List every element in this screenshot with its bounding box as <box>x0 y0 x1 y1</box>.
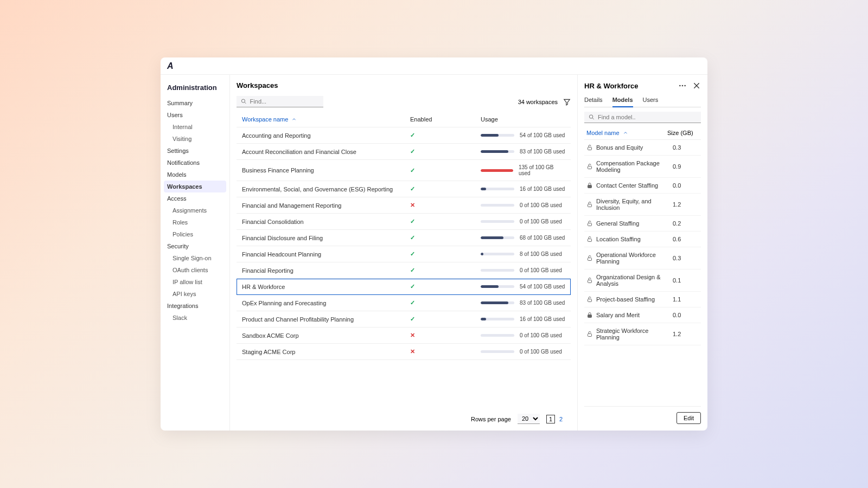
svg-line-1 <box>245 102 246 104</box>
filter-icon[interactable] <box>563 98 571 106</box>
table-row[interactable]: Financial Headcount Planning ✓ 8 of 100 … <box>237 246 571 262</box>
usage-text: 0 of 100 GB used <box>520 219 562 224</box>
model-row[interactable]: Bonus and Equity 0.3 <box>584 140 701 156</box>
search-icon <box>589 114 595 120</box>
model-row[interactable]: Operational Workforce Planning 0.3 <box>584 247 701 269</box>
close-icon[interactable] <box>692 81 701 90</box>
workspace-search[interactable] <box>237 96 323 107</box>
model-row[interactable]: Compensation Package Modeling 0.9 <box>584 156 701 178</box>
table-row[interactable]: OpEx Planning and Forecasting ✓ 83 of 10… <box>237 295 571 311</box>
sidebar-item-models[interactable]: Models <box>164 169 226 181</box>
usage-text: 16 of 100 GB used <box>520 316 565 322</box>
page-1[interactable]: 1 <box>546 415 555 423</box>
more-icon[interactable] <box>678 81 687 90</box>
col-model-name[interactable]: Model name <box>586 130 667 136</box>
model-search[interactable] <box>584 112 701 123</box>
table-row[interactable]: Financial Disclosure and Filing ✓ 68 of … <box>237 230 571 246</box>
sidebar-item-api-keys[interactable]: API keys <box>164 288 226 300</box>
table-row[interactable]: Business Finance Planning ✓ 135 of 100 G… <box>237 160 571 181</box>
sidebar-item-settings[interactable]: Settings <box>164 145 226 157</box>
table-row[interactable]: Account Reconciliation and Financial Clo… <box>237 144 571 160</box>
col-workspace-name[interactable]: Workspace name <box>242 116 410 123</box>
usage-cell: 68 of 100 GB used <box>481 235 565 241</box>
sidebar-item-integrations[interactable]: Integrations <box>164 300 226 312</box>
tab-details[interactable]: Details <box>584 94 603 107</box>
model-size: 0.0 <box>673 182 699 189</box>
sidebar-item-assignments[interactable]: Assignments <box>164 204 226 216</box>
model-size: 0.6 <box>673 236 699 242</box>
col-usage[interactable]: Usage <box>481 116 565 123</box>
tab-models[interactable]: Models <box>612 94 633 107</box>
table-row[interactable]: Sandbox ACME Corp ✕ 0 of 100 GB used <box>237 328 571 344</box>
table-row[interactable]: Product and Channel Profitability Planni… <box>237 311 571 328</box>
sidebar-item-access[interactable]: Access <box>164 192 226 204</box>
sidebar-item-security[interactable]: Security <box>164 240 226 252</box>
model-row[interactable]: Location Staffing 0.6 <box>584 232 701 247</box>
workspace-name-cell: Financial and Management Reporting <box>242 202 410 209</box>
main: Administration SummaryUsersInternalVisit… <box>161 75 707 431</box>
enabled-cell: ✓ <box>410 218 481 225</box>
usage-bar <box>481 134 514 137</box>
table-row[interactable]: Financial Consolidation ✓ 0 of 100 GB us… <box>237 214 571 230</box>
model-search-input[interactable] <box>598 114 697 120</box>
usage-cell: 0 of 100 GB used <box>481 332 565 338</box>
model-name: Strategic Workforce Planning <box>596 328 673 341</box>
workspace-search-input[interactable] <box>250 98 319 105</box>
sidebar-item-internal[interactable]: Internal <box>164 121 226 133</box>
edit-button[interactable]: Edit <box>676 412 701 424</box>
check-icon: ✓ <box>410 283 415 290</box>
table-row[interactable]: HR & Workforce ✓ 54 of 100 GB used <box>237 279 571 295</box>
model-row[interactable]: Diversity, Equity, and Inclusion 1.2 <box>584 194 701 216</box>
enabled-cell: ✕ <box>410 332 481 339</box>
workspace-name-cell: Accounting and Reporting <box>242 132 410 139</box>
enabled-cell: ✓ <box>410 167 481 174</box>
page-2[interactable]: 2 <box>557 415 565 423</box>
model-size: 0.0 <box>673 312 699 318</box>
rows-per-page-label: Rows per page <box>471 416 511 422</box>
sidebar-item-workspaces[interactable]: Workspaces <box>164 181 226 192</box>
model-row[interactable]: Organizational Design & Analysis 0.1 <box>584 269 701 292</box>
usage-cell: 16 of 100 GB used <box>481 186 565 192</box>
table-row[interactable]: Environmental, Social, and Governance (E… <box>237 181 571 197</box>
model-row[interactable]: Contact Center Staffing 0.0 <box>584 178 701 194</box>
sidebar-item-policies[interactable]: Policies <box>164 228 226 240</box>
model-row[interactable]: Strategic Workforce Planning 1.2 <box>584 323 701 345</box>
sidebar-item-summary[interactable]: Summary <box>164 97 226 109</box>
table-row[interactable]: Financial Reporting ✓ 0 of 100 GB used <box>237 262 571 279</box>
col-model-size[interactable]: Size (GB) <box>667 130 699 136</box>
sidebar-title: Administration <box>164 81 226 97</box>
table-row[interactable]: Staging ACME Corp ✕ 0 of 100 GB used <box>237 344 571 360</box>
detail-header: HR & Workforce <box>584 81 701 90</box>
model-table-header: Model name Size (GB) <box>584 126 701 140</box>
sidebar-item-oauth-clients[interactable]: OAuth clients <box>164 264 226 276</box>
sidebar-item-roles[interactable]: Roles <box>164 216 226 228</box>
sidebar-item-slack[interactable]: Slack <box>164 312 226 324</box>
sidebar-item-users[interactable]: Users <box>164 109 226 121</box>
cross-icon: ✕ <box>410 332 415 338</box>
table-row[interactable]: Accounting and Reporting ✓ 54 of 100 GB … <box>237 127 571 144</box>
check-icon: ✓ <box>410 234 415 241</box>
usage-bar <box>481 253 514 255</box>
usage-bar <box>481 150 514 153</box>
model-size: 1.2 <box>673 331 699 337</box>
usage-bar <box>481 269 514 272</box>
model-size: 1.1 <box>673 296 699 303</box>
usage-bar <box>481 301 514 304</box>
usage-text: 8 of 100 GB used <box>520 251 562 257</box>
col-enabled[interactable]: Enabled <box>410 116 481 123</box>
tab-users[interactable]: Users <box>643 94 659 107</box>
model-name: Contact Center Staffing <box>596 182 673 189</box>
sidebar-item-single-sign-on[interactable]: Single Sign-on <box>164 252 226 264</box>
sidebar-item-visiting[interactable]: Visiting <box>164 133 226 145</box>
usage-text: 83 of 100 GB used <box>520 149 565 155</box>
model-row[interactable]: General Staffing 0.2 <box>584 216 701 232</box>
sidebar-item-ip-allow-list[interactable]: IP allow list <box>164 276 226 288</box>
rows-per-page-select[interactable]: 20 <box>518 414 540 424</box>
usage-bar <box>481 204 514 207</box>
sidebar-item-notifications[interactable]: Notifications <box>164 157 226 169</box>
model-name: Diversity, Equity, and Inclusion <box>596 198 673 211</box>
model-row[interactable]: Project-based Staffing 1.1 <box>584 292 701 307</box>
usage-cell: 0 of 100 GB used <box>481 267 565 273</box>
table-row[interactable]: Financial and Management Reporting ✕ 0 o… <box>237 197 571 214</box>
model-row[interactable]: Salary and Merit 0.0 <box>584 307 701 323</box>
